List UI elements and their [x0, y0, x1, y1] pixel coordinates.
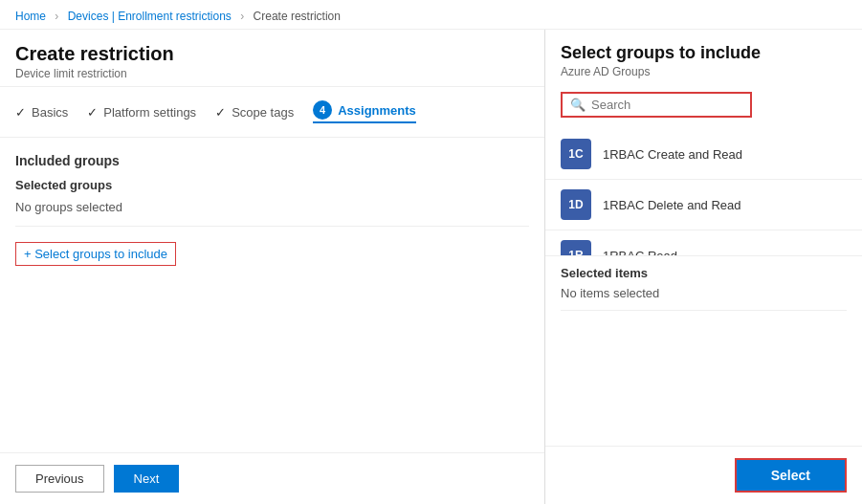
left-footer: Previous Next [0, 452, 544, 504]
breadcrumb-sep1: › [55, 10, 58, 23]
step-assignments-label: Assignments [338, 103, 416, 118]
right-title: Select groups to include [561, 43, 847, 63]
left-panel: Create restriction Device limit restrict… [0, 30, 545, 504]
step-basics-label: Basics [32, 105, 68, 120]
left-content: Included groups Selected groups No group… [0, 138, 544, 452]
group-name-1c: 1RBAC Create and Read [603, 147, 742, 162]
group-name-1r: 1RBAC Read [603, 249, 677, 255]
breadcrumb-home[interactable]: Home [15, 10, 46, 23]
step-platform-label: Platform settings [103, 105, 196, 120]
breadcrumb: Home › Devices | Enrollment restrictions… [0, 0, 862, 30]
right-subtitle: Azure AD Groups [561, 65, 847, 78]
select-groups-link[interactable]: + Select groups to include [15, 242, 176, 266]
step-scope[interactable]: ✓ Scope tags [215, 105, 294, 120]
check-basics-icon: ✓ [15, 105, 26, 120]
no-groups-text: No groups selected [15, 200, 529, 227]
list-item[interactable]: 1D 1RBAC Delete and Read [545, 180, 862, 230]
selected-groups-label: Selected groups [15, 178, 529, 192]
previous-button[interactable]: Previous [15, 465, 104, 493]
page-title: Create restriction [15, 43, 529, 65]
included-groups-title: Included groups [15, 153, 529, 168]
group-avatar-1c: 1C [561, 139, 591, 169]
step-basics[interactable]: ✓ Basics [15, 105, 68, 120]
selected-items-label: Selected items [561, 266, 847, 280]
left-header: Create restriction Device limit restrict… [0, 30, 544, 87]
search-input[interactable] [591, 98, 742, 112]
selected-items-section: Selected items No items selected [545, 255, 862, 320]
right-spacer [545, 320, 862, 447]
search-icon: 🔍 [570, 98, 586, 112]
step-assignments[interactable]: 4 Assignments [313, 100, 416, 123]
group-list: 1C 1RBAC Create and Read 1D 1RBAC Delete… [545, 129, 862, 255]
search-wrapper: 🔍 [545, 84, 862, 129]
right-header: Select groups to include Azure AD Groups [545, 30, 862, 84]
step-assignments-badge: 4 [313, 100, 332, 120]
check-scope-icon: ✓ [215, 105, 226, 120]
step-platform[interactable]: ✓ Platform settings [87, 105, 196, 120]
breadcrumb-devices[interactable]: Devices | Enrollment restrictions [68, 10, 232, 23]
right-footer: Select [545, 446, 862, 504]
next-button[interactable]: Next [114, 465, 180, 493]
group-avatar-1d: 1D [561, 189, 591, 220]
group-avatar-1r: 1R [561, 240, 591, 255]
list-item[interactable]: 1R 1RBAC Read [545, 230, 862, 255]
breadcrumb-current: Create restriction [254, 10, 341, 23]
page-subtitle: Device limit restriction [15, 67, 529, 80]
select-button[interactable]: Select [735, 458, 847, 493]
group-name-1d: 1RBAC Delete and Read [603, 198, 741, 212]
list-item[interactable]: 1C 1RBAC Create and Read [545, 129, 862, 180]
wizard-steps: ✓ Basics ✓ Platform settings ✓ Scope tag… [0, 87, 544, 138]
breadcrumb-sep2: › [240, 10, 244, 23]
check-platform-icon: ✓ [87, 105, 98, 120]
search-box: 🔍 [561, 92, 752, 118]
no-items-text: No items selected [561, 286, 847, 311]
right-panel: Select groups to include Azure AD Groups… [545, 30, 862, 504]
step-scope-label: Scope tags [232, 105, 294, 120]
